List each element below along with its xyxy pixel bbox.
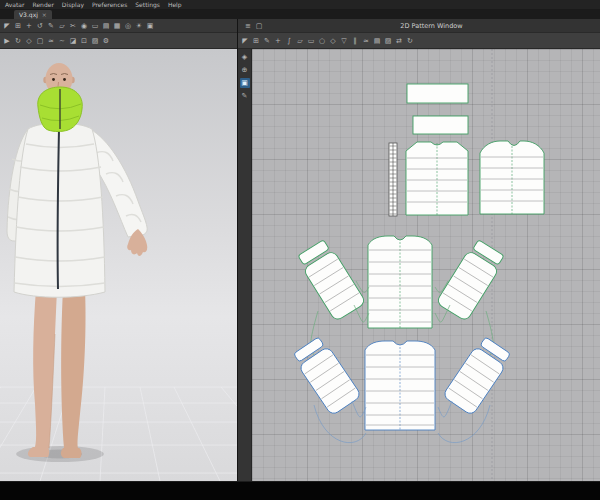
tape-measure-tool-icon[interactable]: ▭ xyxy=(90,21,100,31)
pattern-titlebar-icons: ≡▢ xyxy=(241,21,266,31)
pattern-piece-bodice-low[interactable] xyxy=(365,341,435,430)
grid-snap-tool-icon[interactable]: ▦ xyxy=(112,21,122,31)
pattern-2d-pane: ≡▢ 2D Pattern Window ◤⊞✎+∫▱▭○◇▽∥≈▤▨⇄↻ ◈⊕… xyxy=(237,19,600,481)
avatar-legs xyxy=(28,289,86,458)
pattern-body: ◈⊕▣✎ xyxy=(238,49,600,481)
pattern-transform-tool-icon[interactable]: ⊞ xyxy=(251,36,261,46)
tab-label: V3.qxj xyxy=(19,10,38,19)
marvelous-designer-window: Avatar Render Display Preferences Settin… xyxy=(0,0,600,500)
pattern-window-titlebar: ≡▢ 2D Pattern Window xyxy=(238,19,600,33)
texture-tool-icon[interactable]: ▨ xyxy=(383,36,393,46)
symmetry-tool-icon[interactable]: ⇄ xyxy=(394,36,404,46)
menu-bar: Avatar Render Display Preferences Settin… xyxy=(0,0,600,10)
polygon-tool-icon[interactable]: ▱ xyxy=(295,36,305,46)
wind-tool-icon[interactable]: ~ xyxy=(57,36,67,46)
sync-2d3d-tool-icon[interactable]: ▣ xyxy=(240,78,250,88)
menu-display[interactable]: Display xyxy=(62,1,84,8)
mesh-view-button-icon[interactable]: ▨ xyxy=(90,36,100,46)
avatar-display-button-icon[interactable]: ◇ xyxy=(24,36,34,46)
pen-tool-icon[interactable]: ✎ xyxy=(46,21,56,31)
settings-button-icon[interactable]: ⚙ xyxy=(101,36,111,46)
rectangle-tool-icon[interactable]: ▭ xyxy=(306,36,316,46)
menu-preferences[interactable]: Preferences xyxy=(92,1,127,8)
scissors-tool-icon[interactable]: ✂ xyxy=(68,21,78,31)
garment-3d-pane: ◤⊞+↺✎▱✂◉▭▤▦◎☀▣ ▶↻◇▢≈~◪⊡▨⚙ xyxy=(0,19,237,481)
pan-tool-icon[interactable]: ◈ xyxy=(240,52,250,62)
circle-tool-icon[interactable]: ○ xyxy=(317,36,327,46)
pattern-piece-back-panel[interactable] xyxy=(406,142,468,215)
avatar[interactable] xyxy=(7,63,147,462)
avatar-3d-scene xyxy=(0,49,237,481)
pin-box-button-icon[interactable]: ⊡ xyxy=(79,36,89,46)
left-toolbar-row2: ▶↻◇▢≈~◪⊡▨⚙ xyxy=(0,33,237,49)
garment-display-button-icon[interactable]: ▢ xyxy=(35,36,45,46)
select-tool-icon[interactable]: ◤ xyxy=(2,21,12,31)
render-tool-icon[interactable]: ▣ xyxy=(145,21,155,31)
bottom-status-bar xyxy=(0,481,600,500)
light-tool-icon[interactable]: ☀ xyxy=(134,21,144,31)
pattern-piece-sleeve-low-right[interactable] xyxy=(442,335,513,416)
camera-tool-icon[interactable]: ◎ xyxy=(123,21,133,31)
fold-arrange-button-icon[interactable]: ◪ xyxy=(68,36,78,46)
move-tool-icon[interactable]: + xyxy=(24,21,34,31)
tab-bar: V3.qxj × xyxy=(0,10,600,19)
pattern-select-tool-icon[interactable]: ◤ xyxy=(240,36,250,46)
left-toolbar-row1: ◤⊞+↺✎▱✂◉▭▤▦◎☀▣ xyxy=(0,19,237,33)
viewport-3d[interactable] xyxy=(0,49,237,481)
tab-close-icon[interactable]: × xyxy=(42,10,47,19)
pattern-piece-sleeve-mid-right[interactable] xyxy=(436,238,507,322)
pattern-side-toolbar: ◈⊕▣✎ xyxy=(238,49,252,481)
simulate-button-icon[interactable]: ▶ xyxy=(2,36,12,46)
notch-tool-icon[interactable]: ▽ xyxy=(339,36,349,46)
add-point-tool-icon[interactable]: + xyxy=(273,36,283,46)
sync-tool-icon[interactable]: ↻ xyxy=(405,36,415,46)
menu-settings[interactable]: Settings xyxy=(135,1,160,8)
transform-tool-icon[interactable]: ⊞ xyxy=(13,21,23,31)
float-window-icon[interactable]: ▢ xyxy=(254,21,264,31)
menu-avatar[interactable]: Avatar xyxy=(5,1,24,8)
flatten-tool-icon[interactable]: ▤ xyxy=(101,21,111,31)
pattern-piece-front-upper-panel[interactable] xyxy=(480,141,544,214)
window-menu-icon[interactable]: ≡ xyxy=(243,21,253,31)
pattern-pieces-svg xyxy=(252,49,600,481)
main-content: ◤⊞+↺✎▱✂◉▭▤▦◎☀▣ ▶↻◇▢≈~◪⊡▨⚙ xyxy=(0,19,600,481)
menu-render[interactable]: Render xyxy=(32,1,53,8)
pattern-piece-zipper-placket[interactable] xyxy=(389,143,397,216)
edit-curve-tool-icon[interactable]: ∫ xyxy=(284,36,294,46)
dart-tool-icon[interactable]: ◇ xyxy=(328,36,338,46)
puffer-collar[interactable] xyxy=(38,87,82,132)
pattern-piece-collar-band-2[interactable] xyxy=(413,116,468,134)
zoom-tool-icon[interactable]: ⊕ xyxy=(240,65,250,75)
pattern-canvas[interactable] xyxy=(252,49,600,481)
grading-tool-icon[interactable]: ▤ xyxy=(372,36,382,46)
pressure-tool-icon[interactable]: ≈ xyxy=(46,36,56,46)
pin-tool-icon[interactable]: ◉ xyxy=(79,21,89,31)
rotate-tool-icon[interactable]: ↺ xyxy=(35,21,45,31)
pattern-piece-sleeve-mid-left[interactable] xyxy=(295,238,366,322)
pattern-piece-collar-band-1[interactable] xyxy=(407,84,468,103)
reset-button-icon[interactable]: ↻ xyxy=(13,36,23,46)
brush-tool-icon[interactable]: ✎ xyxy=(240,91,250,101)
pattern-window-title: 2D Pattern Window xyxy=(266,22,597,30)
tab-project-file[interactable]: V3.qxj × xyxy=(14,10,52,19)
free-sew-tool-icon[interactable]: ≈ xyxy=(361,36,371,46)
puffer-jacket[interactable] xyxy=(7,123,147,297)
segment-sew-tool-icon[interactable]: ∥ xyxy=(350,36,360,46)
pattern-piece-bodice-mid[interactable] xyxy=(368,236,432,328)
pattern-toolbar: ◤⊞✎+∫▱▭○◇▽∥≈▤▨⇄↻ xyxy=(238,33,600,49)
pattern-piece-sleeve-low-left[interactable] xyxy=(291,335,362,416)
edit-pattern-tool-icon[interactable]: ▱ xyxy=(57,21,67,31)
menu-help[interactable]: Help xyxy=(168,1,182,8)
edit-point-tool-icon[interactable]: ✎ xyxy=(262,36,272,46)
